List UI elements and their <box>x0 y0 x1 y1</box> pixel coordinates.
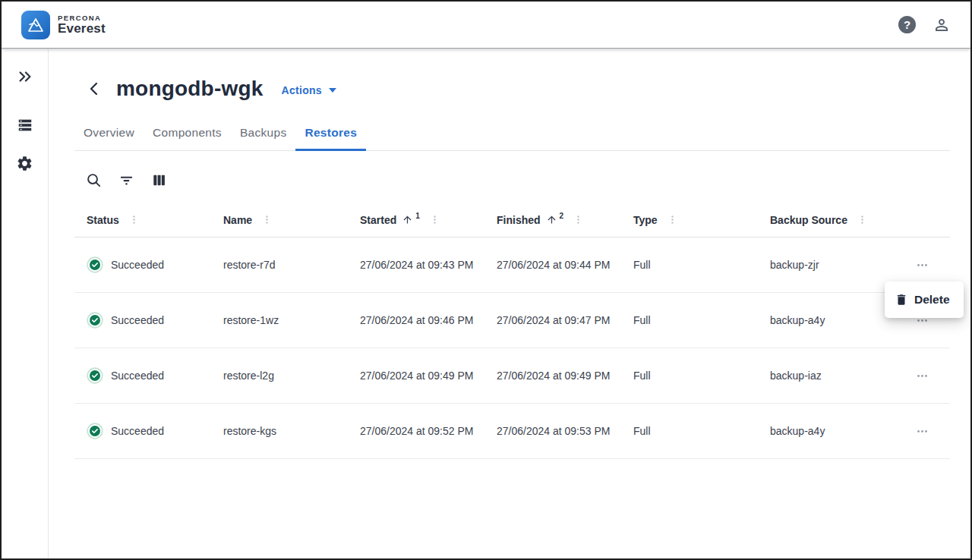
success-check-icon <box>87 256 103 273</box>
show-hide-columns-icon[interactable] <box>149 170 169 190</box>
type-cell: Full <box>621 313 758 328</box>
backup-source-cell: backup-a4y <box>758 423 895 439</box>
type-cell: Full <box>621 423 758 439</box>
started-cell: 27/06/2024 at 09:43 PM <box>348 257 484 272</box>
backup-source-cell: backup-zjr <box>758 257 895 272</box>
row-menu-icon[interactable] <box>911 256 933 275</box>
column-header-name: Name <box>211 214 348 226</box>
success-check-icon <box>87 423 103 439</box>
tab-backups[interactable]: Backups <box>231 119 296 150</box>
finished-cell: 27/06/2024 at 09:47 PM <box>484 313 621 328</box>
type-cell: Full <box>621 368 758 383</box>
menu-item-delete[interactable]: Delete <box>914 293 950 307</box>
status-label: Succeeded <box>111 313 164 328</box>
name-cell: restore-l2g <box>211 368 348 383</box>
chevron-down-icon <box>329 88 336 93</box>
sidebar-item-databases[interactable] <box>14 115 36 136</box>
column-header-type: Type <box>621 214 758 226</box>
help-icon[interactable]: ? <box>898 16 916 33</box>
table-header-row: Status Name Started 1 <box>74 203 950 238</box>
name-cell: restore-1wz <box>211 313 348 328</box>
sort-asc-icon <box>546 214 557 225</box>
row-actions-cell <box>895 422 950 441</box>
column-menu-icon[interactable] <box>261 214 273 225</box>
sort-asc-icon <box>402 214 413 225</box>
page-header: mongodb-wgk Actions <box>84 77 970 101</box>
restores-table: Status Name Started 1 <box>74 203 950 459</box>
type-cell: Full <box>621 257 758 272</box>
column-menu-icon[interactable] <box>573 214 584 225</box>
sort-order-badge: 1 <box>415 212 420 220</box>
column-header-status: Status <box>74 214 211 226</box>
delete-icon <box>895 293 908 307</box>
sort-order-badge: 2 <box>560 212 564 220</box>
column-label: Finished <box>497 214 541 226</box>
status-label: Succeeded <box>111 257 164 272</box>
sidebar-item-settings[interactable] <box>14 153 36 174</box>
column-menu-icon[interactable] <box>667 214 678 225</box>
column-sort-status[interactable]: Status <box>87 214 119 226</box>
column-menu-icon[interactable] <box>128 214 140 225</box>
column-sort-name[interactable]: Name <box>223 214 252 226</box>
row-actions-cell <box>895 367 950 385</box>
status-label: Succeeded <box>111 423 164 439</box>
finished-cell: 27/06/2024 at 09:44 PM <box>484 257 621 272</box>
name-cell: restore-r7d <box>211 257 348 272</box>
row-context-menu: Delete <box>885 282 964 318</box>
status-cell: Succeeded <box>74 256 211 273</box>
column-sort-finished[interactable]: Finished 2 <box>497 214 563 226</box>
brand-everest-label: Everest <box>58 22 106 36</box>
percona-logo-icon <box>21 11 50 39</box>
brand-logo-link[interactable]: PERCONA Everest <box>21 11 106 39</box>
account-icon[interactable] <box>933 16 951 34</box>
column-header-started: Started 1 <box>348 214 484 226</box>
finished-cell: 27/06/2024 at 09:53 PM <box>484 423 621 439</box>
status-label: Succeeded <box>111 368 164 383</box>
left-sidebar <box>2 49 49 558</box>
column-sort-type[interactable]: Type <box>633 214 658 226</box>
started-cell: 27/06/2024 at 09:46 PM <box>348 313 484 328</box>
tab-components[interactable]: Components <box>144 119 231 150</box>
column-sort-started[interactable]: Started 1 <box>360 214 420 226</box>
status-cell: Succeeded <box>74 367 211 384</box>
search-icon[interactable] <box>84 170 103 190</box>
brand-text: PERCONA Everest <box>58 14 106 36</box>
backup-source-cell: backup-iaz <box>758 368 895 383</box>
column-menu-icon[interactable] <box>857 214 868 225</box>
tab-bar: Overview Components Backups Restores <box>74 119 950 151</box>
success-check-icon <box>87 367 103 384</box>
success-check-icon <box>87 312 103 329</box>
name-cell: restore-kgs <box>211 423 348 439</box>
expand-sidebar-icon[interactable] <box>14 66 36 87</box>
started-cell: 27/06/2024 at 09:52 PM <box>348 423 484 439</box>
table-row: Succeeded restore-l2g 27/06/2024 at 09:4… <box>74 348 950 404</box>
table-toolbar <box>84 163 970 197</box>
topbar-actions: ? <box>898 16 951 34</box>
finished-cell: 27/06/2024 at 09:49 PM <box>484 368 621 383</box>
row-menu-icon[interactable] <box>911 367 933 385</box>
tab-overview[interactable]: Overview <box>74 119 144 150</box>
page-title: mongodb-wgk <box>116 77 264 101</box>
table-row: Succeeded restore-r7d 27/06/2024 at 09:4… <box>74 238 950 293</box>
started-cell: 27/06/2024 at 09:49 PM <box>348 368 484 383</box>
backup-source-cell: backup-a4y <box>758 313 895 328</box>
actions-button[interactable]: Actions <box>282 84 336 96</box>
status-cell: Succeeded <box>74 312 211 329</box>
status-cell: Succeeded <box>74 423 211 439</box>
column-label: Started <box>360 214 396 226</box>
row-menu-icon[interactable] <box>911 422 933 441</box>
top-app-bar: PERCONA Everest ? <box>2 2 970 49</box>
row-actions-cell <box>895 256 950 275</box>
column-header-finished: Finished 2 <box>484 214 621 226</box>
filter-icon[interactable] <box>116 170 136 190</box>
table-row: Succeeded restore-1wz 27/06/2024 at 09:4… <box>74 293 950 348</box>
percona-everest-app: { "brand": { "top": "PERCONA", "name": "… <box>0 0 972 560</box>
table-row: Succeeded restore-kgs 27/06/2024 at 09:5… <box>74 404 950 459</box>
back-icon[interactable] <box>84 79 104 99</box>
tab-restores[interactable]: Restores <box>295 119 366 150</box>
main-content: mongodb-wgk Actions Overview Components … <box>49 49 970 558</box>
actions-label: Actions <box>282 84 322 96</box>
column-sort-backup-source[interactable]: Backup Source <box>770 214 847 226</box>
column-menu-icon[interactable] <box>429 214 440 225</box>
column-header-backup-source: Backup Source <box>758 214 895 226</box>
